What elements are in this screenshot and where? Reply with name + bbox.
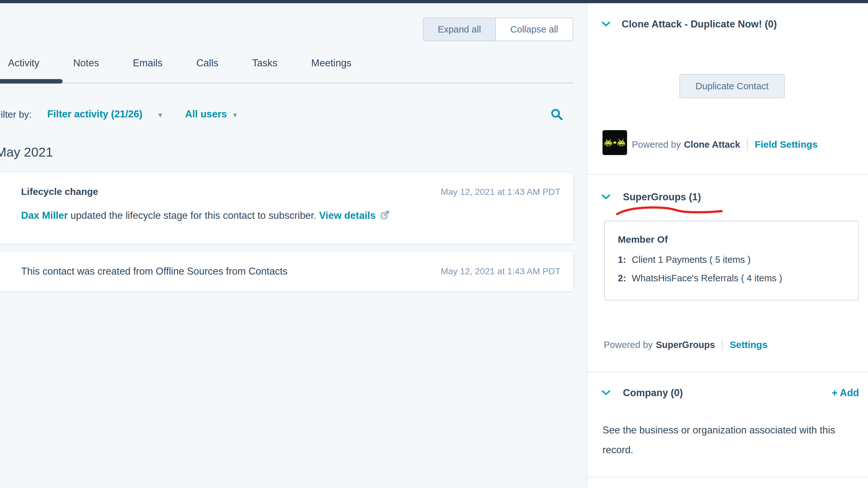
timeline-tabs: Activity Notes Emails Calls Tasks Meetin…: [8, 57, 351, 69]
section-divider: [587, 477, 868, 478]
filter-by-label: Filter by:: [0, 109, 32, 120]
card-body-text: updated the lifecycle stage for this con…: [70, 210, 316, 221]
tab-activity[interactable]: Activity: [8, 57, 39, 69]
duplicate-contact-button[interactable]: Duplicate Contact: [679, 74, 785, 98]
search-icon[interactable]: [549, 105, 564, 123]
powered-by-app-name: SuperGroups: [656, 340, 715, 350]
card-timestamp: May 12, 2021 at 1:43 AM PDT: [441, 187, 560, 197]
settings-link[interactable]: Settings: [730, 339, 767, 350]
date-group-heading: May 2021: [0, 145, 53, 160]
member-of-title: Member Of: [618, 234, 668, 245]
timeline-card-lifecycle-change[interactable]: Lifecycle change May 12, 2021 at 1:43 AM…: [0, 172, 573, 244]
member-item-index: 2:: [618, 273, 626, 283]
page: Expand all Collapse all Activity Notes E…: [0, 0, 868, 488]
tab-meetings[interactable]: Meetings: [311, 57, 351, 69]
vertical-divider: [747, 139, 748, 150]
tab-emails[interactable]: Emails: [133, 57, 162, 69]
collapse-all-button[interactable]: Collapse all: [496, 18, 572, 40]
member-item: 1:Client 1 Payments ( 5 items ): [618, 255, 750, 265]
powered-by-app-name: Clone Attack: [684, 139, 740, 150]
actor-link[interactable]: Dax Miller: [21, 210, 68, 221]
section-title-company[interactable]: Company (0): [623, 387, 683, 399]
member-item: 2:WhatsHisFace's Referrals ( 4 items ): [618, 273, 782, 284]
active-tab-indicator: [0, 79, 63, 84]
powered-by-row: Powered by Clone Attack Field Settings: [632, 137, 817, 152]
expand-all-button[interactable]: Expand all: [424, 18, 496, 40]
powered-by-row: Powered by SuperGroups Settings: [604, 337, 768, 352]
tabs-divider: [0, 83, 573, 84]
filter-activity-dropdown[interactable]: Filter activity (21/26): [47, 108, 142, 120]
section-title-clone-attack[interactable]: Clone Attack - Duplicate Now! (0): [622, 19, 777, 30]
company-description: See the business or organization associa…: [602, 420, 854, 460]
powered-by-label: Powered by: [604, 340, 653, 350]
card-timestamp: May 12, 2021 at 1:43 AM PDT: [441, 266, 560, 276]
member-item-index: 1:: [618, 255, 626, 265]
chevron-down-icon[interactable]: [601, 21, 611, 29]
external-link-icon[interactable]: [379, 211, 390, 222]
filter-users-dropdown[interactable]: All users: [185, 108, 227, 120]
field-settings-link[interactable]: Field Settings: [755, 139, 817, 150]
member-item-text: Client 1 Payments ( 5 items ): [632, 255, 750, 265]
timeline-card-contact-created[interactable]: This contact was created from Offline So…: [0, 252, 573, 291]
section-divider: [587, 371, 868, 372]
card-body: Dax Miller updated the lifecycle stage f…: [21, 210, 560, 223]
clone-attack-invaders-logo: [602, 130, 627, 155]
tab-tasks[interactable]: Tasks: [252, 57, 277, 69]
caret-down-icon[interactable]: ▾: [233, 110, 237, 120]
caret-down-icon[interactable]: ▾: [158, 110, 162, 120]
filter-row: Filter by: Filter activity (21/26) ▾ All…: [0, 108, 573, 123]
member-item-text: WhatsHisFace's Referrals ( 4 items ): [632, 273, 782, 283]
chevron-down-icon[interactable]: [601, 194, 611, 202]
activity-timeline-panel: Expand all Collapse all Activity Notes E…: [0, 3, 587, 488]
add-company-link[interactable]: + Add: [832, 387, 859, 399]
card-title: Lifecycle change: [21, 186, 98, 197]
right-sidebar: Clone Attack - Duplicate Now! (0) Duplic…: [587, 3, 868, 488]
section-divider: [587, 174, 868, 175]
expand-collapse-group: Expand all Collapse all: [423, 18, 573, 41]
chevron-down-icon[interactable]: [601, 390, 611, 397]
member-of-card: Member Of 1:Client 1 Payments ( 5 items …: [604, 221, 859, 300]
powered-by-label: Powered by: [632, 139, 681, 150]
view-details-link[interactable]: View details: [319, 210, 376, 221]
red-annotation-underline: [615, 205, 724, 220]
tab-calls[interactable]: Calls: [196, 57, 218, 69]
top-navy-bar: [0, 0, 868, 3]
card-text: This contact was created from Offline So…: [21, 266, 287, 277]
tab-notes[interactable]: Notes: [73, 57, 99, 69]
section-title-supergroups[interactable]: SuperGroups (1): [623, 191, 701, 203]
vertical-divider: [722, 339, 722, 351]
